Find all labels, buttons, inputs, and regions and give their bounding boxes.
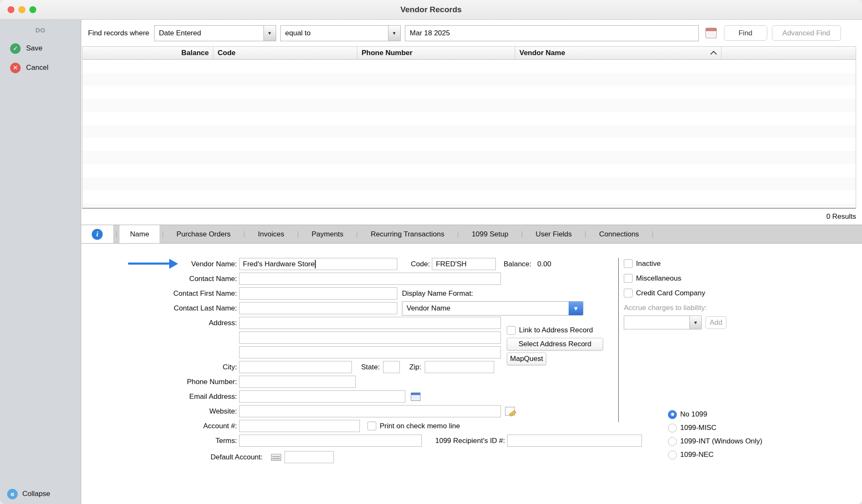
close-window-button[interactable]	[8, 6, 14, 13]
drag-handle-icon[interactable]: ⋮	[160, 225, 166, 243]
contact-name-input[interactable]	[239, 273, 501, 285]
drag-handle-icon[interactable]: ⋮	[113, 225, 120, 243]
tab-recurring-transactions[interactable]: Recurring Transactions	[360, 225, 455, 243]
vendor-records-window: Vendor Records DO ✓ Save ✕ Cancel « Coll…	[0, 0, 862, 504]
sidebar-header: DO	[0, 27, 81, 34]
miscellaneous-checkbox[interactable]: Miscellaneous	[624, 271, 726, 286]
tab-purchase-orders[interactable]: Purchase Orders	[166, 225, 241, 243]
display-name-format-value: Vendor Name	[402, 304, 569, 313]
find-operator-select[interactable]: equal to ▾	[280, 25, 401, 41]
tab-connections[interactable]: Connections	[589, 225, 650, 243]
find-field-value: Date Entered	[154, 29, 263, 37]
address-label: Address:	[81, 319, 237, 327]
accrue-liability-select[interactable]: ▾	[624, 316, 702, 329]
open-website-icon[interactable]	[505, 407, 515, 416]
calendar-icon[interactable]	[705, 28, 717, 38]
phone-number-input[interactable]	[239, 376, 356, 388]
address-line3-input[interactable]	[239, 346, 501, 358]
city-input[interactable]	[239, 361, 352, 373]
column-header-vendor-name[interactable]: Vendor Name	[515, 47, 721, 59]
recipient-id-input[interactable]	[507, 435, 642, 447]
checkbook-icon[interactable]	[271, 454, 281, 461]
inactive-checkbox[interactable]: Inactive	[624, 256, 726, 271]
radio-icon	[668, 451, 677, 459]
drag-handle-icon[interactable]: ⋮	[649, 225, 656, 243]
inactive-label: Inactive	[636, 260, 661, 268]
email-icon[interactable]	[411, 393, 420, 401]
address-line1-input[interactable]	[239, 317, 501, 329]
drag-handle-icon[interactable]: ⋮	[519, 225, 525, 243]
titlebar: Vendor Records	[0, 0, 862, 20]
minimize-window-button[interactable]	[19, 6, 25, 13]
save-button[interactable]: ✓ Save	[0, 39, 81, 58]
find-field-select[interactable]: Date Entered ▾	[154, 25, 276, 41]
find-value-input[interactable]: Mar 18 2025	[405, 25, 699, 41]
1099-misc-label: 1099-MISC	[680, 424, 716, 432]
tab-user-fields[interactable]: User Fields	[525, 225, 583, 243]
tab-1099-setup[interactable]: 1099 Setup	[461, 225, 519, 243]
tab-name[interactable]: Name	[120, 225, 160, 243]
radio-no-1099[interactable]: No 1099	[668, 408, 762, 421]
results-table-header: Balance Code Phone Number Vendor Name	[82, 47, 856, 60]
zip-input[interactable]	[425, 361, 494, 373]
website-input[interactable]	[239, 405, 501, 417]
radio-icon	[668, 437, 677, 446]
balance-value: 0.00	[537, 260, 551, 268]
vendor-name-input[interactable]: Fred's Hardware Store	[239, 258, 397, 270]
add-liability-button[interactable]: Add	[705, 316, 726, 329]
vendor-form: Vendor Name: Fred's Hardware Store Code:…	[81, 244, 862, 504]
state-input[interactable]	[383, 361, 400, 373]
cancel-button[interactable]: ✕ Cancel	[0, 58, 81, 77]
chevron-down-icon: ▾	[263, 26, 276, 41]
collapse-sidebar-button[interactable]: « Collapse	[0, 484, 81, 504]
find-button[interactable]: Find	[724, 25, 767, 41]
window-controls	[8, 0, 36, 19]
drag-handle-icon[interactable]: ⋮	[241, 225, 247, 243]
credit-card-company-checkbox[interactable]: Credit Card Company	[624, 286, 726, 300]
default-account-label: Default Account:	[81, 453, 263, 462]
1099-int-label: 1099-INT (Windows Only)	[680, 437, 762, 446]
radio-1099-nec[interactable]: 1099-NEC	[668, 448, 762, 462]
results-table: Balance Code Phone Number Vendor Name	[82, 46, 856, 209]
column-header-phone-number[interactable]: Phone Number	[357, 47, 515, 59]
drag-handle-icon[interactable]: ⋮	[583, 225, 589, 243]
tab-info[interactable]: i	[81, 225, 113, 243]
drag-handle-icon[interactable]: ⋮	[354, 225, 360, 243]
address-record-actions: Link to Address Record Select Address Re…	[507, 326, 603, 365]
window-title: Vendor Records	[400, 5, 462, 14]
email-address-input[interactable]	[239, 390, 405, 403]
drag-handle-icon[interactable]: ⋮	[295, 225, 301, 243]
link-to-address-checkbox[interactable]: Link to Address Record	[507, 326, 603, 335]
contact-name-label: Contact Name:	[81, 275, 237, 283]
tab-invoices[interactable]: Invoices	[247, 225, 295, 243]
terms-input[interactable]	[239, 435, 422, 447]
contact-first-name-input[interactable]	[239, 287, 397, 300]
drag-handle-icon[interactable]: ⋮	[455, 225, 461, 243]
link-to-address-label: Link to Address Record	[519, 326, 593, 334]
code-input[interactable]: FRED'SH	[432, 258, 496, 270]
radio-1099-misc[interactable]: 1099-MISC	[668, 421, 762, 435]
contact-first-name-label: Contact First Name:	[81, 289, 237, 298]
column-header-code[interactable]: Code	[213, 47, 357, 59]
accrue-liability-label: Accrue charges to liability:	[624, 300, 726, 315]
radio-1099-int[interactable]: 1099-INT (Windows Only)	[668, 435, 762, 448]
zoom-window-button[interactable]	[29, 6, 36, 13]
advanced-find-button[interactable]: Advanced Find	[772, 25, 841, 41]
mapquest-button[interactable]: MapQuest	[507, 353, 546, 365]
sidebar-items: ✓ Save ✕ Cancel	[0, 39, 81, 77]
column-header-balance[interactable]: Balance	[82, 47, 213, 59]
sort-ascending-icon	[710, 50, 717, 57]
radio-icon	[668, 424, 677, 432]
balance-label: Balance:	[503, 260, 531, 268]
account-number-input[interactable]	[239, 420, 360, 432]
print-on-memo-checkbox[interactable]	[367, 422, 376, 430]
address-line2-input[interactable]	[239, 332, 501, 344]
display-name-format-select[interactable]: Vendor Name ▾	[402, 301, 583, 316]
default-account-input[interactable]	[285, 451, 334, 463]
chevron-down-icon: ▾	[569, 302, 583, 315]
checkbox-icon	[624, 259, 633, 268]
tab-payments[interactable]: Payments	[301, 225, 354, 243]
select-address-record-button[interactable]: Select Address Record	[507, 338, 603, 350]
text-caret	[315, 260, 316, 268]
contact-last-name-input[interactable]	[239, 302, 397, 314]
